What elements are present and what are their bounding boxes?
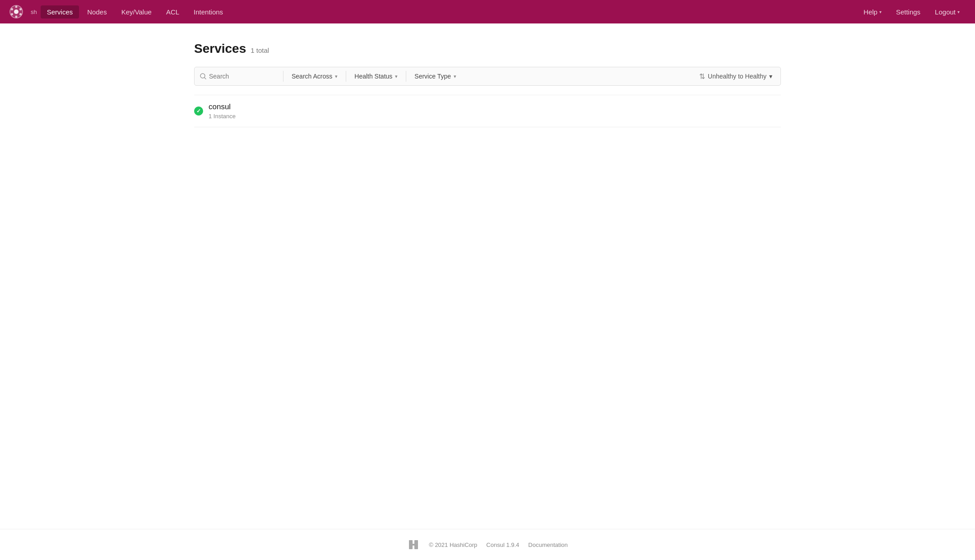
footer: © 2021 HashiCorp Consul 1.9.4 Documentat…	[0, 529, 975, 560]
service-info: consul 1 Instance	[209, 102, 236, 120]
page-count: 1 total	[251, 46, 269, 54]
svg-rect-12	[409, 544, 418, 546]
filter-divider-2	[346, 71, 346, 82]
logo[interactable]	[9, 5, 23, 19]
service-name: consul	[209, 102, 236, 111]
page-title: Services	[194, 42, 246, 56]
footer-version: Consul 1.9.4	[486, 541, 519, 548]
svg-point-7	[11, 8, 13, 10]
help-chevron-icon: ▾	[879, 9, 882, 14]
service-type-button[interactable]: Service Type ▾	[408, 70, 463, 83]
service-list: consul 1 Instance	[194, 95, 781, 127]
sort-chevron-icon: ▾	[769, 73, 772, 80]
footer-copyright: © 2021 HashiCorp	[429, 541, 477, 548]
nav-item-acl[interactable]: ACL	[160, 5, 186, 19]
footer-docs-link[interactable]: Documentation	[528, 541, 567, 548]
nav-item-nodes[interactable]: Nodes	[81, 5, 113, 19]
footer-logo	[407, 538, 420, 551]
navigation: sh Services Nodes Key/Value ACL Intentio…	[0, 0, 975, 23]
health-status-chevron-icon: ▾	[395, 74, 398, 79]
nav-item-help[interactable]: Help ▾	[857, 5, 888, 19]
service-instance-count: 1 Instance	[209, 113, 236, 120]
table-row[interactable]: consul 1 Instance	[194, 95, 781, 127]
svg-line-9	[204, 78, 206, 79]
sort-button[interactable]: ⇅ Unhealthy to Healthy ▾	[695, 69, 777, 83]
nav-item-services[interactable]: Services	[41, 5, 79, 19]
service-type-chevron-icon: ▾	[454, 74, 456, 79]
nav-item-keyvalue[interactable]: Key/Value	[115, 5, 158, 19]
filter-divider-3	[406, 71, 406, 82]
svg-point-2	[15, 6, 18, 8]
svg-point-4	[19, 13, 22, 15]
nav-right-area: Help ▾ Settings Logout ▾	[857, 5, 966, 19]
nav-item-intentions[interactable]: Intentions	[187, 5, 229, 19]
nav-item-settings[interactable]: Settings	[890, 5, 927, 19]
nav-logo-abbr: sh	[31, 9, 39, 15]
page-header: Services 1 total	[194, 42, 781, 56]
svg-point-6	[11, 13, 13, 15]
nav-item-logout[interactable]: Logout ▾	[929, 5, 966, 19]
svg-point-3	[19, 8, 22, 10]
svg-point-1	[14, 9, 19, 14]
search-across-chevron-icon: ▾	[335, 74, 338, 79]
main-content: Services 1 total Search Across ▾ Health …	[172, 23, 803, 529]
health-status-button[interactable]: Health Status ▾	[348, 70, 404, 83]
logout-chevron-icon: ▾	[957, 9, 960, 14]
health-status-icon	[194, 106, 203, 116]
search-across-button[interactable]: Search Across ▾	[285, 70, 344, 83]
filter-divider-1	[283, 71, 283, 82]
search-icon	[198, 73, 209, 79]
sort-icon: ⇅	[699, 72, 705, 81]
svg-point-5	[15, 16, 18, 18]
filter-bar: Search Across ▾ Health Status ▾ Service …	[194, 67, 781, 86]
search-input[interactable]	[209, 73, 281, 80]
